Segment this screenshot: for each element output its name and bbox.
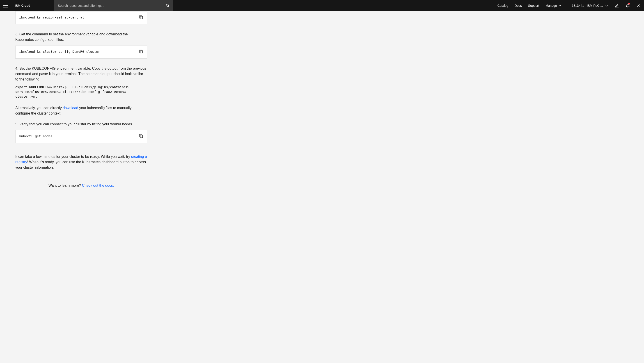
svg-rect-5	[140, 135, 143, 138]
docs-link[interactable]: Check out the docs.	[82, 184, 114, 187]
copy-icon	[139, 50, 143, 54]
code-block-get-nodes: kubectl get nodes	[15, 130, 147, 143]
copy-button[interactable]	[136, 15, 143, 20]
search-container	[54, 0, 173, 11]
header-nav: Catalog Docs Support Manage	[494, 0, 565, 11]
code-block-cluster-config: ibmcloud ks cluster-config DemoRG-cluste…	[15, 46, 147, 58]
code-text: kubectl get nodes	[19, 134, 136, 139]
search-button[interactable]	[162, 0, 173, 11]
alt-text-pre: Alternatively, you can directly	[15, 106, 63, 110]
svg-point-0	[166, 4, 168, 6]
svg-rect-3	[140, 16, 143, 19]
nav-catalog[interactable]: Catalog	[494, 0, 512, 11]
step-4-text: 4. Set the KUBECONFIG environment variab…	[15, 66, 147, 82]
code-text: ibmcloud ks cluster-config DemoRG-cluste…	[19, 50, 136, 54]
global-header: IBM Cloud Catalog Docs Support Manage 18…	[0, 0, 644, 11]
svg-point-2	[638, 4, 640, 6]
learn-more: Want to learn more? Check out the docs.	[15, 183, 147, 196]
nav-manage-label: Manage	[546, 4, 557, 8]
copy-icon	[139, 134, 143, 138]
nav-docs[interactable]: Docs	[512, 0, 525, 11]
account-label: 1813441 - IBM PoC ...	[572, 4, 603, 8]
chevron-down-icon	[558, 5, 561, 6]
code-text: ibmcloud ks region-set eu-central	[19, 15, 136, 20]
wait-text: It can take a few minutes for your clust…	[15, 154, 147, 170]
export-command: export KUBECONFIG=/Users/$USER/.bluemix/…	[15, 85, 147, 99]
code-block-region-set: ibmcloud ks region-set eu-central	[15, 11, 147, 24]
menu-toggle-button[interactable]	[0, 0, 11, 11]
copy-icon	[139, 15, 143, 19]
notification-indicator	[628, 3, 630, 4]
brand-name: Cloud	[22, 4, 30, 8]
nav-manage[interactable]: Manage	[542, 0, 565, 11]
learn-more-pre: Want to learn more?	[48, 184, 82, 187]
search-input[interactable]	[54, 0, 162, 11]
step-5-text: 5. Verify that you can connect to your c…	[15, 122, 147, 127]
copy-button[interactable]	[136, 134, 143, 139]
brand-prefix: IBM	[15, 4, 22, 8]
notifications-button[interactable]	[622, 0, 633, 11]
account-selector[interactable]: 1813441 - IBM PoC ...	[568, 0, 612, 11]
hamburger-icon	[4, 4, 8, 8]
user-avatar-button[interactable]	[633, 0, 644, 11]
brand-logo[interactable]: IBM Cloud	[11, 4, 34, 8]
svg-rect-4	[140, 51, 143, 53]
nav-support[interactable]: Support	[525, 0, 542, 11]
main-content: ibmcloud ks region-set eu-central 3. Get…	[0, 11, 162, 196]
copy-button[interactable]	[136, 50, 143, 55]
search-icon	[166, 4, 170, 8]
step-3-text: 3. Get the command to set the environmen…	[15, 32, 147, 42]
user-icon	[636, 4, 641, 8]
wait-text-post: ! When it's ready, you can use the Kuber…	[15, 160, 146, 169]
download-link[interactable]: download	[63, 106, 78, 110]
svg-line-1	[168, 6, 170, 8]
edit-icon	[615, 4, 619, 8]
chevron-down-icon	[605, 5, 608, 6]
edit-button[interactable]	[612, 0, 622, 11]
wait-text-pre: It can take a few minutes for your clust…	[15, 155, 131, 158]
alternative-text: Alternatively, you can directly download…	[15, 105, 147, 116]
